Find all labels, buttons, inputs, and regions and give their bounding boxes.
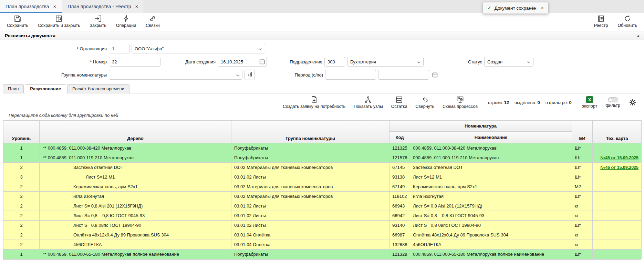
cell-group: 03.01.04 Оплётка — [231, 230, 389, 240]
document-requisites-header[interactable]: Реквизиты документа ▴ — [0, 31, 644, 40]
tab-close-icon[interactable]: × — [53, 4, 56, 9]
save-close-button[interactable]: Сохранить и закрыть — [38, 15, 80, 28]
main-toolbar-right: РеестрОбновить — [594, 15, 637, 28]
create-request-button[interactable]: Создать заявку на потребность — [283, 96, 345, 109]
filtered-counter-label: в фильтре: — [546, 100, 568, 105]
operations-button[interactable]: Операции — [116, 15, 136, 28]
stocks-button[interactable]: Остатки — [391, 96, 407, 109]
filtered-counter: в фильтре:0 — [546, 100, 572, 105]
filter-toggle[interactable]: фильтр — [605, 97, 620, 108]
period-label: Период (с/по) — [257, 72, 323, 78]
column-header-unit[interactable]: ЕИ — [572, 121, 593, 143]
cell-code: 121576 — [389, 153, 410, 163]
toast-close-icon[interactable]: × — [541, 5, 544, 11]
organization-select[interactable]: ООО "Альфа" — [132, 44, 265, 53]
toolbar-button-label: Обновить — [617, 23, 637, 28]
save-button[interactable]: Сохранить — [7, 15, 28, 28]
department-select[interactable]: Бухгалтерия — [347, 57, 424, 67]
period-calendar-icon[interactable] — [431, 71, 439, 79]
cell-code: 93138 — [389, 172, 410, 182]
refresh-icon — [624, 15, 631, 22]
group-by-hint: Перетащите сюда колонку для группировки … — [3, 111, 641, 120]
window-tab-2[interactable]: План производства - Реестр× — [62, 0, 144, 13]
show-nodes-icon — [364, 96, 372, 103]
period-from-input[interactable] — [325, 70, 376, 80]
cell-name: игла изогнутая — [410, 192, 572, 201]
table-row[interactable]: 2Лист S= 0,8 08пс ГОСТ 19904-9003.01.02 … — [3, 221, 642, 230]
rows-counter: строки:12 — [488, 100, 509, 105]
cell-unit: кг — [572, 230, 593, 240]
filter-label: фильтр — [605, 103, 620, 108]
close-button[interactable]: Закрыть — [90, 15, 106, 28]
refresh-button[interactable]: Обновить — [617, 15, 637, 28]
column-header-name[interactable]: Наименование — [410, 132, 572, 143]
collapse-arrow-icon[interactable]: ▴ — [637, 33, 639, 38]
column-header-tree[interactable]: Дерево — [40, 121, 231, 143]
cell-code: 93140 — [389, 221, 410, 230]
cell-unit: Шт — [572, 153, 593, 163]
doc-tab-2[interactable]: Разузлование — [25, 84, 66, 93]
cell-group: 03.01.02 Листы — [231, 221, 389, 230]
collapse-button[interactable]: Свернуть — [415, 96, 434, 109]
column-header-code[interactable]: Код — [389, 132, 410, 143]
cell-tech-card — [593, 230, 642, 240]
column-header-nomenclature: Номенклатура — [389, 121, 572, 132]
grid-body: 1** 000.4859. 011.000-38-420 Металлорука… — [3, 143, 642, 259]
doc-tab-3[interactable]: Расчёт баланса времени — [67, 84, 129, 93]
number-input[interactable] — [109, 57, 160, 67]
table-row[interactable]: 2Керамическая ткань, арм S2х103.02 Матер… — [3, 182, 642, 192]
form-row-group: Группа номенклатуры Период (с/по) — [0, 70, 644, 80]
table-row[interactable]: 2Застежка ответная DOT03.02 Материалы дл… — [3, 163, 642, 172]
status-value: Создан — [487, 59, 502, 64]
save-icon — [14, 15, 21, 22]
cell-group: 03.02 Материалы для тканевых компенсатор… — [231, 182, 389, 192]
main-toolbar: СохранитьСохранить и закрытьЗакрытьОпера… — [0, 13, 644, 31]
toolbar-button-label: Свернуть — [415, 104, 434, 109]
window-tab-1[interactable]: План производства× — [0, 0, 62, 13]
department-code-input[interactable] — [324, 57, 345, 67]
table-row[interactable]: 1** 000.4859. 011.000-65-180 Металлорука… — [3, 250, 642, 259]
cell-tree: ** 000.4859. 011.000-65-180 Металлорукав… — [40, 250, 231, 259]
table-row[interactable]: 2Оплётка 48х12х0,4 Ду 89 Проволока SUS 3… — [3, 230, 642, 240]
column-header-group[interactable]: Группа номенклатуры — [231, 121, 389, 143]
cell-level: 2 — [3, 163, 40, 172]
cell-group: Полуфабрикаты — [231, 153, 389, 163]
table-row[interactable]: 2456ОПЛЕТКА03.01.04 Оплётка132688456ОПЛЕ… — [3, 240, 642, 250]
column-header-tech-card[interactable]: Тех. карта — [593, 121, 642, 143]
creation-date-label: Дата создания — [163, 59, 216, 64]
table-row[interactable]: 2игла изогнутая03.02 Материалы для ткане… — [3, 192, 642, 201]
tech-card-link[interactable]: №45 от 15.09.2025 — [600, 155, 638, 160]
organization-code-input[interactable] — [109, 44, 129, 53]
nomenclature-group-select[interactable] — [109, 70, 242, 80]
cell-code: 66942 — [389, 211, 410, 221]
doc-tab-1[interactable]: План — [3, 84, 24, 93]
table-row[interactable]: 1** 000.4859. 011.000-119-210 Металлорук… — [3, 153, 642, 163]
chevron-down-icon — [236, 72, 239, 78]
table-row[interactable]: 3Лист S=12 М103.01.02 Листы93138Лист S=1… — [3, 172, 642, 182]
period-to-input[interactable] — [378, 70, 429, 80]
table-row[interactable]: 1** 000.4859. 011.000-38-420 Металлорука… — [3, 143, 642, 153]
process-scheme-button[interactable]: Схема процессов — [443, 96, 478, 109]
links-button[interactable]: Связки — [146, 15, 159, 28]
toggle-off-icon — [608, 97, 618, 102]
cell-tech-card — [593, 221, 642, 230]
registry-icon — [597, 15, 605, 22]
cell-tree: игла изогнутая — [40, 192, 231, 201]
tab-close-icon[interactable]: × — [135, 4, 138, 9]
calendar-icon[interactable] — [259, 59, 265, 65]
registry-button[interactable]: Реестр — [594, 15, 608, 28]
toolbar-button-label: Связки — [146, 23, 159, 28]
cell-code: 67149 — [389, 182, 410, 192]
column-header-level[interactable]: Уровень — [3, 121, 40, 143]
cell-tech-card — [593, 211, 642, 221]
status-select[interactable]: Создан — [484, 57, 533, 67]
tab-label: План производства — [6, 4, 49, 9]
table-row[interactable]: 2Лист S= 0,8 Aisi 201 (12Х15Г9НД)03.01.0… — [3, 201, 642, 211]
show-nodes-button[interactable]: Показать узлы — [354, 96, 383, 109]
tech-card-link[interactable]: №46 от 15.09.2025 — [600, 165, 638, 170]
table-row[interactable]: 2Лист S= 0,8 _ 0,8 Ю ГОСТ 9045-9303.01.0… — [3, 211, 642, 221]
nomenclature-group-tree-button[interactable] — [245, 70, 255, 80]
selected-counter: выделено:0 — [515, 100, 540, 105]
excel-export-button[interactable]: X экспорт — [582, 96, 597, 109]
settings-gear-button[interactable] — [629, 99, 636, 106]
